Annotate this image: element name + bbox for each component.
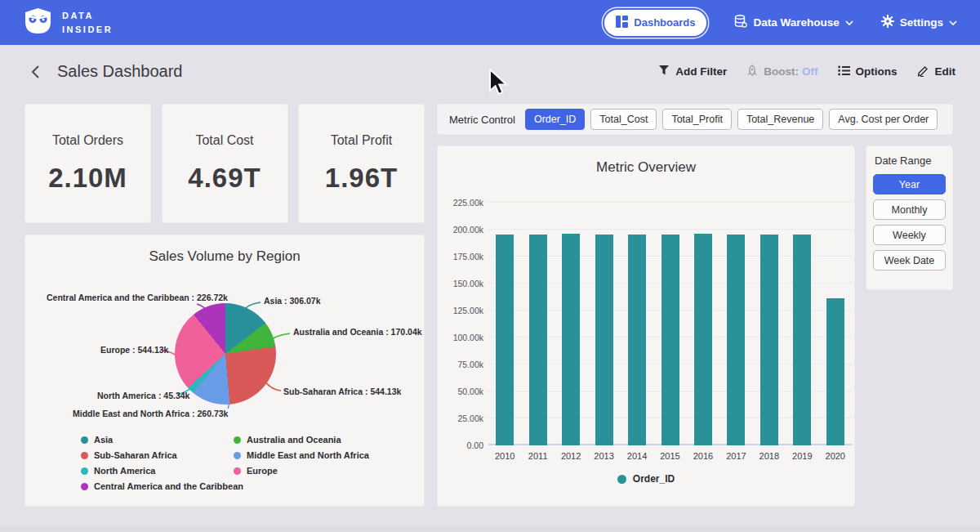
bar-chart-title: Metric Overview [438,146,854,176]
gridline [488,202,852,203]
x-tick-label: 2010 [488,451,521,461]
bar-2010[interactable] [496,235,514,445]
nav-data-warehouse-button[interactable]: Data Warehouse [734,15,853,30]
bar-2016[interactable] [694,234,712,445]
boost-value: Off [802,65,818,78]
dashboards-grid-icon [616,16,628,30]
gridline [488,229,852,230]
metric-chip-total-cost[interactable]: Total_Cost [590,109,657,130]
metric-control-label: Metric Control [449,114,515,126]
edit-button[interactable]: Edit [917,65,956,79]
page-header: Sales Dashboard Add Filter Boost: Off [0,45,980,98]
metric-control-bar: Metric Control Order_IDTotal_CostTotal_P… [437,104,953,135]
options-button[interactable]: Options [838,65,898,78]
rocket-icon [746,65,758,79]
date-range-panel: Date Range YearMonthlyWeeklyWeek Date [866,145,953,290]
brand-name: DATA INSIDER [62,9,113,36]
bar-2013[interactable] [595,235,613,445]
bar-2015[interactable] [662,235,679,445]
pie-legend: AsiaSub-Saharan AfricaNorth AmericaCentr… [81,435,369,491]
y-tick-label: 225.00k [441,198,483,208]
bottom-strip [0,526,980,532]
nav-settings-button[interactable]: Settings [881,15,957,30]
chevron-down-icon [845,16,853,29]
add-filter-button[interactable]: Add Filter [658,65,727,78]
x-tick-label: 2016 [687,451,719,461]
x-tick-label: 2012 [555,451,587,461]
metric-chip-total-revenue[interactable]: Total_Revenue [737,109,823,130]
kpi-value: 1.96T [325,163,398,194]
kpi-card-total-orders: Total Orders 2.10M [24,104,151,223]
date-range-options: YearMonthlyWeeklyWeek Date [873,174,946,270]
bar-2018[interactable] [760,235,778,445]
boost-label: Boost: [764,65,799,78]
x-tick-label: 2019 [786,451,818,461]
nav-dashboards-button[interactable]: Dashboards [604,10,706,36]
bar-2019[interactable] [793,235,811,445]
pie-legend-item-sub-saharan-africa: Sub-Saharan Africa [81,450,234,460]
bar-2014[interactable] [628,235,646,445]
nav-dashboards-label: Dashboards [634,16,695,29]
nav-settings-label: Settings [900,16,943,29]
pie-legend-item-europe: Europe [234,466,369,476]
kpi-row: Total Orders 2.10M Total Cost 4.69T Tota… [24,104,425,223]
pie-chart-area: Asia : 306.07k Australia and Oceania : 1… [25,235,424,506]
y-tick-label: 0.00 [441,440,483,450]
kpi-label: Total Orders [52,133,123,148]
bar-2012[interactable] [562,234,580,445]
kpi-card-total-profit: Total Profit 1.96T [298,104,425,223]
pie-chart-card: Sales Volume by Region Asia : 306.07k Au… [24,235,425,507]
date-range-monthly[interactable]: Monthly [873,199,946,220]
bar-legend-label: Order_ID [633,473,675,485]
date-range-label: Date Range [873,154,946,167]
legend-dot-icon [81,452,88,459]
gear-icon [881,15,894,30]
metric-chip-avg-cost-per-order[interactable]: Avg. Cost per Order [829,109,938,130]
y-tick-label: 125.00k [441,306,483,315]
y-tick-label: 50.00k [441,387,483,396]
bar-2020[interactable] [826,298,844,445]
kpi-label: Total Profit [331,133,393,148]
bar-2011[interactable] [529,235,547,445]
back-button[interactable] [24,61,46,83]
legend-dot-icon [81,436,88,444]
bar-chart-card: Metric Overview 225.00k200.00k175.00k150… [437,145,855,507]
list-icon [838,65,850,78]
boost-toggle[interactable]: Boost: Off [746,65,817,79]
pie-label-middle-east: Middle East and North Africa : 260.73k [73,409,228,418]
metric-chip-order-id[interactable]: Order_ID [525,109,585,130]
pie-legend-item-australia-and-oceania: Australia and Oceania [234,435,369,445]
y-tick-label: 150.00k [441,279,483,288]
pie-label-central-america: Central America and the Caribbean : 226.… [47,293,228,302]
y-tick-label: 200.00k [441,225,483,235]
page-title: Sales Dashboard [57,62,182,81]
pie-legend-item-central-america-and-the-caribbean: Central America and the Caribbean [81,481,234,491]
y-tick-label: 25.00k [441,414,483,423]
bar-chart-plot: 225.00k200.00k175.00k150.00k125.00k100.0… [488,203,852,445]
chevron-left-icon [30,65,40,79]
kpi-card-total-cost: Total Cost 4.69T [162,104,288,223]
metric-chip-total-profit[interactable]: Total_Profit [662,109,732,130]
chevron-down-icon [949,16,957,29]
pie-chart[interactable] [175,303,276,405]
x-tick-label: 2020 [819,451,852,461]
legend-dot-icon [81,467,88,475]
date-range-weekly[interactable]: Weekly [873,225,946,245]
pie-label-europe: Europe : 544.13k [100,345,168,355]
pie-label-asia: Asia : 306.07k [264,296,320,306]
pie-legend-item-middle-east-and-north-africa: Middle East and North Africa [234,450,369,460]
y-tick-label: 75.00k [441,360,483,369]
pie-label-north-america: North America : 45.34k [97,391,189,400]
x-tick-label: 2011 [522,451,555,461]
bar-2017[interactable] [727,235,745,445]
kpi-label: Total Cost [195,133,253,148]
date-range-year[interactable]: Year [873,174,946,194]
legend-dot-icon [617,475,626,484]
x-tick-label: 2017 [719,451,752,461]
y-tick-label: 175.00k [441,252,483,262]
legend-dot-icon [81,483,88,490]
legend-dot-icon [234,467,241,475]
legend-dot-icon [234,436,241,444]
date-range-week-date[interactable]: Week Date [873,250,946,270]
x-tick-label: 2013 [588,451,621,461]
